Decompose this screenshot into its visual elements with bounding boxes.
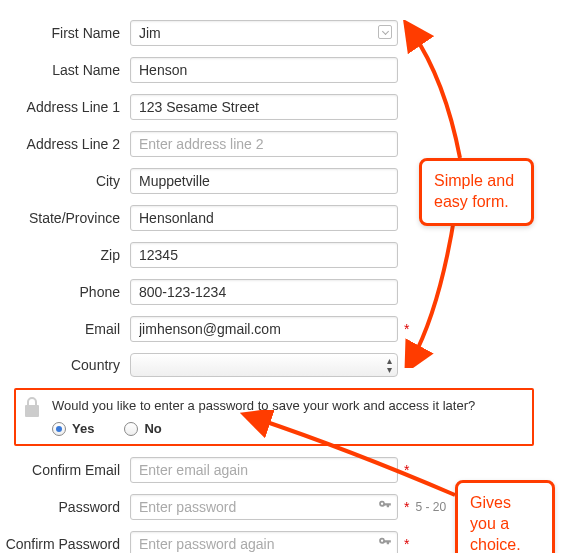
password-choice-section: Would you like to enter a password to sa…	[14, 388, 534, 446]
confirm-password-input[interactable]	[130, 531, 398, 553]
city-label: City	[0, 173, 130, 189]
callout-simple-form: Simple and easy form.	[419, 158, 534, 226]
email-required: *	[404, 321, 409, 337]
last-name-label: Last Name	[0, 62, 130, 78]
radio-yes-label: Yes	[72, 421, 94, 436]
first-name-label: First Name	[0, 25, 130, 41]
country-select[interactable]	[130, 353, 398, 377]
password-no-radio[interactable]: No	[124, 421, 161, 436]
password-input[interactable]	[130, 494, 398, 520]
confirm-email-label: Confirm Email	[0, 462, 130, 478]
confirm-password-label: Confirm Password	[0, 536, 130, 552]
state-input[interactable]	[130, 205, 398, 231]
password-question: Would you like to enter a password to sa…	[52, 398, 522, 413]
address1-label: Address Line 1	[0, 99, 130, 115]
address2-label: Address Line 2	[0, 136, 130, 152]
phone-label: Phone	[0, 284, 130, 300]
password-yes-radio[interactable]: Yes	[52, 421, 94, 436]
callout-gives-choice: Gives you a choice.	[455, 480, 555, 553]
email-label: Email	[0, 321, 130, 337]
lock-icon	[22, 396, 42, 421]
password-hint: 5 - 20	[415, 500, 446, 514]
confirm-password-required: *	[404, 536, 409, 552]
confirm-email-required: *	[404, 462, 409, 478]
first-name-input[interactable]	[130, 20, 398, 46]
city-input[interactable]	[130, 168, 398, 194]
radio-icon	[124, 422, 138, 436]
radio-icon	[52, 422, 66, 436]
zip-label: Zip	[0, 247, 130, 263]
password-label: Password	[0, 499, 130, 515]
password-required: *	[404, 499, 409, 515]
address2-input[interactable]	[130, 131, 398, 157]
country-label: Country	[0, 357, 130, 373]
radio-no-label: No	[144, 421, 161, 436]
zip-input[interactable]	[130, 242, 398, 268]
state-label: State/Province	[0, 210, 130, 226]
confirm-email-input[interactable]	[130, 457, 398, 483]
phone-input[interactable]	[130, 279, 398, 305]
email-input[interactable]	[130, 316, 398, 342]
address1-input[interactable]	[130, 94, 398, 120]
last-name-input[interactable]	[130, 57, 398, 83]
